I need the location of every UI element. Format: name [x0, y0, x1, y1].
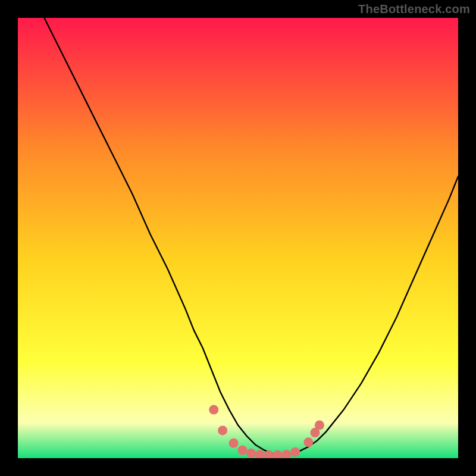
- data-point-9: [290, 447, 300, 457]
- data-point-4: [246, 449, 256, 458]
- chart-frame: TheBottleneck.com: [0, 0, 476, 476]
- data-point-1: [218, 425, 227, 435]
- data-point-0: [209, 405, 218, 415]
- plot-area: [18, 18, 458, 458]
- data-point-10: [303, 437, 313, 447]
- data-point-3: [237, 446, 247, 455]
- data-point-12: [315, 421, 324, 430]
- gradient-background: [18, 18, 458, 458]
- watermark-text: TheBottleneck.com: [358, 2, 470, 16]
- data-point-2: [229, 439, 239, 448]
- chart-svg: [18, 18, 458, 458]
